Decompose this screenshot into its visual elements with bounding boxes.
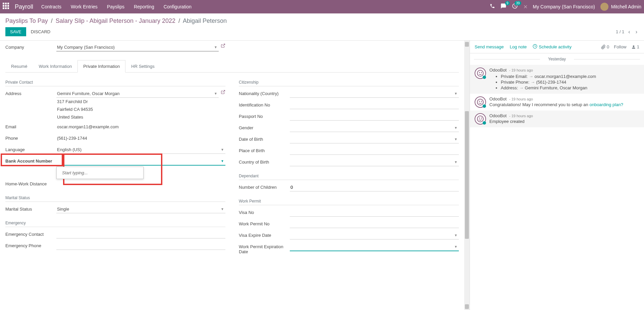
close-x-icon[interactable]: ✕ <box>523 4 528 10</box>
company-select[interactable]: My Company (San Francisco) ▼ <box>56 43 219 51</box>
messages-badge: 9 <box>505 1 510 5</box>
email-label: Email <box>5 123 56 129</box>
svg-line-1 <box>223 90 225 92</box>
emergency-phone-input[interactable] <box>56 242 225 250</box>
emergency-phone-label: Emergency Phone <box>5 242 56 248</box>
permit-input[interactable] <box>290 220 459 228</box>
arrow-right-icon: → <box>529 74 533 79</box>
address-line1: 317 Fairchild Dr <box>56 98 219 105</box>
user-menu[interactable]: Mitchell Admin <box>600 3 641 11</box>
chevron-down-icon: ▼ <box>214 92 217 95</box>
log-note-button[interactable]: Log note <box>510 44 527 49</box>
visa-exp-label: Visa Expire Date <box>239 231 290 238</box>
messages-icon[interactable]: 9 <box>500 3 506 10</box>
message: OdooBot - 19 hours ago Congratulations! … <box>470 94 644 110</box>
gender-select[interactable]: ▼ <box>290 124 459 132</box>
breadcrumb-current: Abigail Peterson <box>183 17 227 24</box>
arrow-right-icon: → <box>519 85 524 90</box>
app-brand[interactable]: Payroll <box>15 3 33 10</box>
children-label: Number of Children <box>239 183 290 190</box>
activities-icon[interactable]: 39 <box>512 3 518 10</box>
followers-button[interactable]: 1 <box>631 44 639 49</box>
dob-input[interactable]: ▼ <box>290 135 459 143</box>
marital-label: Marital Status <box>5 205 56 212</box>
language-select[interactable]: English (US) ▼ <box>56 146 225 154</box>
idno-input[interactable] <box>290 101 459 109</box>
tab-private-info[interactable]: Private Information <box>77 60 125 73</box>
cob-select[interactable]: ▼ <box>290 158 459 166</box>
address-select[interactable]: Gemini Furniture, Oscar Morgan ▼ <box>56 90 219 98</box>
menu-reporting[interactable]: Reporting <box>134 4 154 9</box>
emergency-contact-input[interactable] <box>56 230 225 238</box>
message: OdooBot - 19 hours ago Employee created <box>470 110 644 127</box>
nationality-select[interactable]: ▼ <box>290 90 459 98</box>
top-nav: Payroll Contracts Work Entries Payslips … <box>0 0 644 13</box>
menu-payslips[interactable]: Payslips <box>107 4 124 9</box>
phone-value: (561)-239-1744 <box>56 134 225 142</box>
message: OdooBot - 19 hours ago Private Email: → … <box>470 65 644 94</box>
menu-contracts[interactable]: Contracts <box>41 4 61 9</box>
breadcrumb-root[interactable]: Payslips To Pay <box>5 17 48 24</box>
address-line3: United States <box>56 113 219 121</box>
chevron-down-icon: ▼ <box>454 160 458 164</box>
address-label: Address <box>5 90 56 96</box>
scroll-arrow-up <box>465 42 469 47</box>
company-selector[interactable]: My Company (San Francisco) <box>533 4 595 9</box>
visa-input[interactable] <box>290 209 459 217</box>
date-separator: Yesterday <box>470 53 644 65</box>
menu-work-entries[interactable]: Work Entries <box>71 4 98 9</box>
svg-line-0 <box>223 44 225 46</box>
section-citizenship: Citizenship <box>239 80 459 86</box>
phone-icon[interactable] <box>490 3 495 10</box>
external-link-icon[interactable] <box>221 90 225 95</box>
tab-resume[interactable]: Resumé <box>5 60 33 72</box>
external-link-icon[interactable] <box>221 43 225 49</box>
section-dependant: Dependant <box>239 174 459 180</box>
breadcrumb-mid[interactable]: Salary Slip - Abigail Peterson - January… <box>56 17 175 24</box>
pob-input[interactable] <box>290 147 459 155</box>
scroll-arrow-down <box>465 304 469 309</box>
tab-work-info[interactable]: Work Information <box>33 60 77 72</box>
bot-avatar-icon <box>475 113 486 125</box>
attachment-button[interactable]: 0 <box>601 44 609 49</box>
activities-badge: 39 <box>515 1 521 5</box>
tab-hr-settings[interactable]: HR Settings <box>125 60 160 72</box>
phone-label: Phone <box>5 134 56 141</box>
bank-account-select[interactable]: ▼ <box>56 157 225 166</box>
visa-label: Visa No <box>239 209 290 215</box>
chevron-down-icon: ▼ <box>214 45 217 49</box>
pager-text: 1 / 1 <box>616 29 624 34</box>
permit-exp-label: Work Permit Expiration Date <box>239 243 290 254</box>
message-content: Congratulations! May I recommend you to … <box>489 102 639 107</box>
visa-exp-input[interactable]: ▼ <box>290 231 459 239</box>
discard-button[interactable]: DISCARD <box>26 27 55 36</box>
chatter: Send message Log note Schedule activity … <box>470 41 644 310</box>
children-input[interactable] <box>290 183 459 191</box>
chevron-down-icon: ▼ <box>454 245 458 249</box>
save-button[interactable]: SAVE <box>5 27 26 36</box>
user-name: Mitchell Admin <box>611 4 641 9</box>
follow-button[interactable]: Follow <box>614 44 627 49</box>
section-emergency: Emergency <box>5 221 225 227</box>
send-message-button[interactable]: Send message <box>475 44 504 49</box>
marital-select[interactable]: Single ▼ <box>56 205 225 213</box>
permit-label: Work Permit No <box>239 220 290 226</box>
idno-label: Identification No <box>239 101 290 107</box>
scroll-thumb[interactable] <box>465 111 469 239</box>
breadcrumb: Payslips To Pay / Salary Slip - Abigail … <box>5 17 639 25</box>
section-marital: Marital Status <box>5 195 225 202</box>
passport-input[interactable] <box>290 113 459 121</box>
pager-prev-icon[interactable]: ‹ <box>627 29 631 35</box>
message-time: - 19 hours ago <box>509 68 533 72</box>
bank-account-dropdown[interactable]: Start typing... <box>56 167 144 179</box>
pob-label: Place of Birth <box>239 147 290 153</box>
section-work-permit: Work Permit <box>239 199 459 205</box>
pager-next-icon[interactable]: › <box>634 29 639 35</box>
company-label: Company <box>5 43 56 50</box>
permit-exp-input[interactable]: ▼ <box>290 243 459 251</box>
chevron-down-icon: ▼ <box>454 126 458 130</box>
scrollbar[interactable] <box>464 41 470 310</box>
menu-configuration[interactable]: Configuration <box>164 4 192 9</box>
apps-icon[interactable] <box>3 3 11 11</box>
schedule-activity-button[interactable]: Schedule activity <box>533 44 572 50</box>
